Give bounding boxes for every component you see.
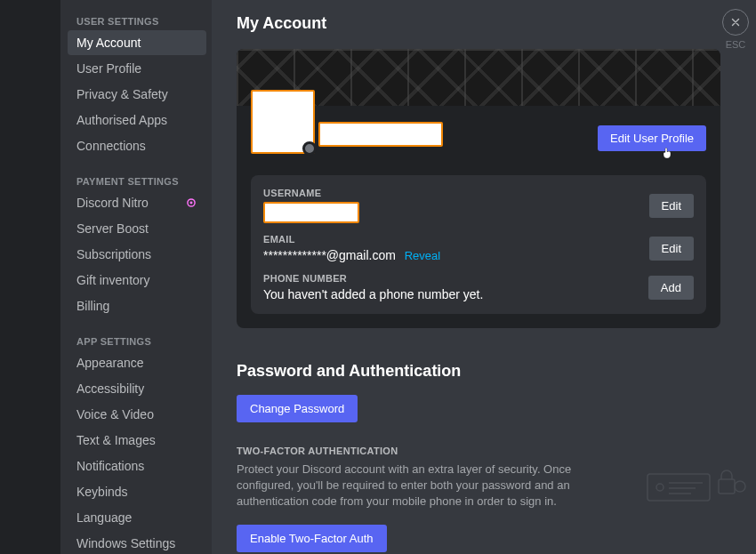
- phone-field: PHONE NUMBER You haven't added a phone n…: [263, 273, 483, 301]
- sidebar-item-server-boost[interactable]: Server Boost: [68, 216, 206, 241]
- svg-rect-7: [719, 479, 735, 494]
- sidebar-item-text-images[interactable]: Text & Images: [68, 428, 206, 453]
- edit-email-button[interactable]: Edit: [649, 237, 694, 261]
- sidebar-app-block: APP SETTINGS Appearance Accessibility Vo…: [68, 331, 212, 554]
- nitro-badge-icon: [185, 197, 197, 209]
- svg-point-3: [656, 484, 664, 491]
- sidebar-item-label: Voice & Video: [76, 407, 154, 422]
- display-name: [318, 122, 443, 147]
- enable-twofa-button[interactable]: Enable Two-Factor Auth: [237, 525, 387, 552]
- email-row: EMAIL *************@gmail.com Reveal Edi…: [263, 234, 694, 262]
- sidebar-item-authorised-apps[interactable]: Authorised Apps: [68, 108, 206, 132]
- edit-username-button[interactable]: Edit: [649, 194, 694, 218]
- sidebar-item-label: Windows Settings: [76, 536, 175, 550]
- sidebar-item-voice-video[interactable]: Voice & Video: [68, 402, 206, 427]
- sidebar-item-user-profile[interactable]: User Profile: [68, 56, 206, 81]
- sidebar-item-label: Notifications: [76, 459, 144, 473]
- sidebar-item-label: Discord Nitro: [76, 196, 149, 210]
- sidebar-item-label: Gift inventory: [76, 273, 149, 287]
- sidebar-item-label: Privacy & Safety: [76, 87, 168, 101]
- sidebar-item-label: Server Boost: [76, 221, 149, 236]
- phone-value: You haven't added a phone number yet.: [263, 287, 483, 301]
- change-password-button[interactable]: Change Password: [237, 395, 358, 422]
- profile-card: Edit User Profile USERNAME Edit EMAIL **…: [237, 49, 720, 328]
- username-row: USERNAME Edit: [263, 188, 694, 223]
- sidebar-heading-app: APP SETTINGS: [68, 331, 212, 350]
- sidebar-payment-block: PAYMENT SETTINGS Discord Nitro Server Bo…: [68, 171, 212, 318]
- svg-point-8: [735, 481, 745, 492]
- sidebar-item-appearance[interactable]: Appearance: [68, 350, 206, 375]
- username-field: USERNAME: [263, 188, 359, 223]
- sidebar-heading-user: USER SETTINGS: [68, 11, 212, 30]
- sidebar-item-subscriptions[interactable]: Subscriptions: [68, 242, 206, 267]
- sidebar-item-discord-nitro[interactable]: Discord Nitro: [68, 190, 206, 215]
- sidebar-item-my-account[interactable]: My Account: [68, 30, 206, 55]
- sidebar-item-windows-settings[interactable]: Windows Settings: [68, 531, 206, 554]
- lock-decoration-icon: [642, 458, 749, 511]
- page-title: My Account: [237, 14, 720, 33]
- sidebar-item-label: User Profile: [76, 61, 141, 76]
- content-area: ESC My Account Edit User Profile USERNAM…: [212, 0, 756, 554]
- username-label: USERNAME: [263, 188, 359, 198]
- close-button[interactable]: [722, 9, 749, 36]
- sidebar-item-label: Billing: [76, 299, 109, 313]
- sidebar-item-label: My Account: [76, 36, 141, 50]
- settings-sidebar: USER SETTINGS My Account User Profile Pr…: [60, 0, 212, 554]
- email-value: *************@gmail.com: [263, 248, 396, 262]
- sidebar-item-label: Keybinds: [76, 485, 128, 499]
- sidebar-item-label: Language: [76, 510, 132, 525]
- sidebar-item-privacy-safety[interactable]: Privacy & Safety: [68, 82, 206, 107]
- email-field: EMAIL *************@gmail.com Reveal: [263, 234, 440, 262]
- esc-label: ESC: [722, 39, 749, 50]
- profile-header: Edit User Profile: [237, 106, 720, 154]
- sidebar-item-keybinds[interactable]: Keybinds: [68, 479, 206, 504]
- sidebar-item-billing[interactable]: Billing: [68, 293, 206, 318]
- edit-user-profile-button[interactable]: Edit User Profile: [598, 125, 706, 151]
- sidebar-item-label: Authorised Apps: [76, 113, 167, 127]
- sidebar-item-label: Appearance: [76, 356, 144, 370]
- twofa-description: Protect your Discord account with an ext…: [237, 462, 610, 510]
- sidebar-item-accessibility[interactable]: Accessibility: [68, 376, 206, 401]
- phone-row: PHONE NUMBER You haven't added a phone n…: [263, 273, 694, 301]
- sidebar-item-label: Text & Images: [76, 433, 156, 447]
- email-value-line: *************@gmail.com Reveal: [263, 248, 440, 262]
- status-indicator-icon: [302, 141, 317, 156]
- reveal-email-link[interactable]: Reveal: [405, 249, 440, 262]
- sidebar-item-label: Accessibility: [76, 381, 144, 396]
- twofa-heading: TWO-FACTOR AUTHENTICATION: [237, 446, 720, 456]
- sidebar-user-block: USER SETTINGS My Account User Profile Pr…: [68, 11, 212, 158]
- left-gutter: [0, 0, 60, 554]
- sidebar-heading-payment: PAYMENT SETTINGS: [68, 171, 212, 190]
- auth-section-title: Password and Authentication: [237, 362, 720, 381]
- email-label: EMAIL: [263, 234, 440, 245]
- sidebar-item-connections[interactable]: Connections: [68, 133, 206, 158]
- sidebar-item-label: Subscriptions: [76, 247, 151, 261]
- close-area: ESC: [722, 9, 749, 50]
- add-phone-button[interactable]: Add: [648, 276, 694, 300]
- sidebar-item-language[interactable]: Language: [68, 505, 206, 530]
- close-icon: [729, 16, 742, 28]
- username-value: [263, 202, 359, 223]
- phone-label: PHONE NUMBER: [263, 273, 483, 284]
- svg-point-1: [190, 202, 193, 205]
- account-details: USERNAME Edit EMAIL *************@gmail.…: [251, 175, 706, 314]
- sidebar-item-gift-inventory[interactable]: Gift inventory: [68, 268, 206, 293]
- sidebar-item-notifications[interactable]: Notifications: [68, 454, 206, 478]
- sidebar-item-label: Connections: [76, 139, 146, 153]
- avatar-wrap: [251, 90, 315, 154]
